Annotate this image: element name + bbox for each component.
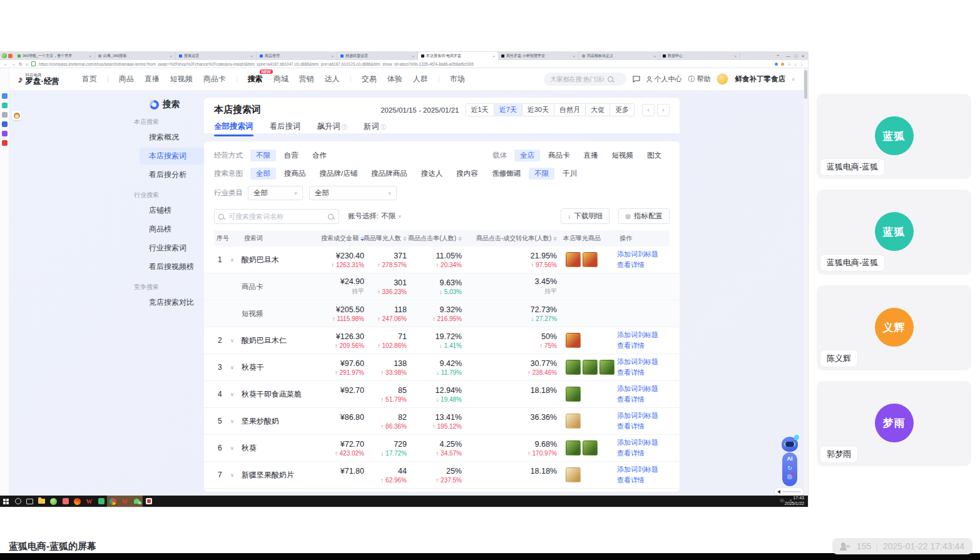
tab-close-icon[interactable]: × [493,54,495,58]
date-next-button[interactable]: › [657,104,670,116]
participant-tile[interactable]: 义辉陈义辉 [817,285,971,370]
refresh-icon[interactable]: ↻ [19,62,23,66]
expand-chevron-icon[interactable]: ∨ [230,472,242,478]
wps-icon[interactable]: W [83,496,95,507]
search-icon[interactable] [608,76,613,82]
sidebar-item[interactable]: 商品榜 [140,221,207,238]
product-thumbnail[interactable] [566,440,581,456]
filter-chip[interactable]: 千川 [557,168,583,180]
add-word-to-title-link[interactable]: 添加词到标题 [617,464,670,475]
sort-icon[interactable] [403,237,407,241]
browser-logo-icon[interactable] [2,53,7,58]
product-thumbnail[interactable] [583,360,598,375]
view-detail-link[interactable]: 查看详情 [617,421,670,432]
scrollbar-thumb[interactable] [804,70,807,99]
nav-item[interactable]: 短视频 [170,74,193,84]
sort-icon[interactable] [553,237,557,241]
nav-item[interactable]: 人群 [413,74,428,84]
expand-chevron-icon[interactable]: ∨ [230,445,242,451]
product-thumbnail[interactable] [566,414,581,429]
download-detail-button[interactable]: ↓ 下载明细 [561,208,610,224]
pink-app-icon[interactable] [59,496,71,507]
firefox-icon[interactable] [71,496,83,507]
participant-tile[interactable]: 蓝狐蓝狐电商-蓝狐 [817,94,971,179]
ai-toolbar[interactable]: AI ↻ [782,452,797,486]
nav-item[interactable]: 营销 [299,74,314,84]
url-text[interactable]: https://compass.jinritemai.com/shop/sear… [39,62,772,66]
store-avatar[interactable] [717,73,728,85]
date-prev-button[interactable]: ‹ [642,104,655,116]
add-word-to-title-link[interactable]: 添加词到标题 [617,410,670,421]
add-word-to-title-link[interactable]: 添加词到标题 [617,437,670,448]
filter-chip[interactable]: 图文 [641,150,667,161]
view-detail-link[interactable]: 查看详情 [617,340,670,351]
browser-profile-icon[interactable] [8,54,13,58]
add-word-to-title-link[interactable]: 添加词到标题 [617,330,670,340]
filter-chip[interactable]: 不限 [250,150,276,161]
ai-apps-icon[interactable] [787,474,792,479]
extension-icon[interactable] [775,63,778,66]
chevron-down-icon[interactable]: ∨ [792,77,795,82]
back-icon[interactable]: ← [4,62,8,66]
period-button[interactable]: 自然月 [554,104,585,116]
sidebar-item[interactable]: 看后搜分析 [140,166,207,183]
add-word-to-title-link[interactable]: 添加词到标题 [617,384,670,394]
page-tab[interactable]: 全部搜索词 [214,121,253,136]
product-thumbnail[interactable] [566,360,581,375]
refresh-icon[interactable]: ↻ [787,465,792,471]
tab-close-icon[interactable]: × [412,54,414,58]
wechat-icon[interactable] [131,496,143,507]
close-icon[interactable]: × [802,54,804,58]
pin-icon[interactable]: ◎ [780,497,784,503]
browser-menu-icon[interactable]: ⋮ [800,62,804,66]
extension-icon[interactable] [781,63,784,66]
filter-chip[interactable]: 商品卡 [543,150,576,161]
filter-chip[interactable]: 搜达人 [416,168,449,180]
sidebar-item[interactable]: 本店搜索词 [140,148,207,165]
side-ext-icon[interactable] [2,131,8,136]
view-detail-link[interactable]: 查看详情 [617,448,670,459]
collapse-chevron-icon[interactable]: ∧ [230,257,242,263]
browser-tab[interactable]: 同花顺板块定义× [579,52,660,60]
tab-close-icon[interactable]: × [573,54,575,58]
monkey-widget-icon[interactable] [12,111,21,120]
store-name[interactable]: 鲜食补丁零食店 [735,74,785,84]
filter-chip[interactable]: 合作 [307,150,332,161]
add-word-to-title-link[interactable]: 添加词到标题 [617,357,670,367]
period-button[interactable]: 更多 [610,104,634,116]
sort-icon[interactable] [458,237,462,241]
browser-tab[interactable]: 360导航_一个主页，整个世界× [14,52,95,60]
browser-tab[interactable]: 精选联盟运营× [337,52,418,60]
app-search-box[interactable] [544,73,626,86]
browser-tab[interactable]: 数据中心× [660,52,740,60]
filter-chip[interactable]: 短视频 [606,150,640,161]
metric-config-button[interactable]: ◎ 指标配置 [618,208,670,224]
view-detail-link[interactable]: 查看详情 [617,394,670,405]
close-icon[interactable]: × [789,497,792,503]
tab-close-icon[interactable]: × [250,54,253,58]
nav-item[interactable]: 商城 [273,74,288,84]
period-button[interactable]: 近1天 [466,104,494,116]
filter-chip[interactable]: 搜品牌/店铺 [314,168,364,180]
participant-tile[interactable]: 蓝狐蓝狐电商-蓝狐 [817,190,971,275]
expand-chevron-icon[interactable]: ∨ [230,419,242,424]
product-thumbnail[interactable] [566,333,581,348]
view-detail-link[interactable]: 查看详情 [617,475,670,486]
product-thumbnail[interactable] [583,252,598,267]
filter-chip[interactable]: 搜品牌商品 [365,168,413,180]
category-select[interactable]: 全部∨ [248,186,303,200]
category-select[interactable]: 全部∨ [309,186,397,200]
sidebar-item[interactable]: 竞店搜索对比 [140,294,207,311]
filter-chip[interactable]: 直播 [578,150,604,161]
tab-close-icon[interactable]: × [89,54,91,58]
browser-tab[interactable]: 商品管理× [257,52,337,60]
filter-chip[interactable]: 全部 [250,168,276,180]
view-detail-link[interactable]: 查看详情 [617,367,670,378]
browser-tab[interactable]: 商分罗盘-小析智慧学堂× [498,52,579,60]
filter-chip[interactable]: 自营 [278,150,304,161]
start-button[interactable] [0,496,12,507]
add-word-to-title-link[interactable]: 添加词到标题 [617,249,670,260]
minimize-icon[interactable]: — [786,54,790,58]
period-button[interactable]: 近7天 [494,104,522,116]
download-icon[interactable]: ↓ [795,62,797,66]
